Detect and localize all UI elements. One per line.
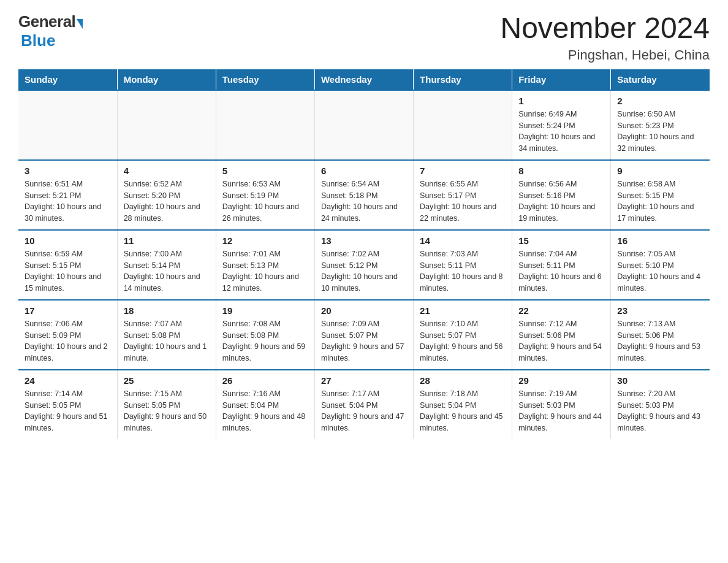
calendar-table: Sunday Monday Tuesday Wednesday Thursday…: [18, 69, 710, 439]
day-number: 20: [321, 305, 407, 316]
calendar-week-row: 17Sunrise: 7:06 AM Sunset: 5:09 PM Dayli…: [18, 300, 710, 370]
table-row: 24Sunrise: 7:14 AM Sunset: 5:05 PM Dayli…: [18, 370, 117, 439]
table-row: 11Sunrise: 7:00 AM Sunset: 5:14 PM Dayli…: [117, 230, 216, 300]
day-info: Sunrise: 6:53 AM Sunset: 5:19 PM Dayligh…: [222, 178, 308, 224]
day-number: 4: [124, 166, 210, 176]
day-number: 25: [124, 375, 210, 386]
day-number: 28: [420, 375, 506, 386]
table-row: [117, 90, 216, 160]
calendar-subtitle: Pingshan, Hebei, China: [500, 47, 710, 63]
day-info: Sunrise: 7:06 AM Sunset: 5:09 PM Dayligh…: [25, 318, 111, 364]
calendar-week-row: 3Sunrise: 6:51 AM Sunset: 5:21 PM Daylig…: [18, 160, 710, 230]
logo-triangle-icon: [77, 19, 83, 29]
day-number: 22: [518, 305, 604, 316]
day-number: 15: [518, 236, 604, 246]
day-number: 6: [321, 166, 407, 176]
day-number: 23: [617, 305, 703, 316]
day-number: 29: [518, 375, 604, 386]
day-info: Sunrise: 7:04 AM Sunset: 5:11 PM Dayligh…: [518, 248, 604, 294]
table-row: 28Sunrise: 7:18 AM Sunset: 5:04 PM Dayli…: [414, 370, 512, 439]
table-row: 2Sunrise: 6:50 AM Sunset: 5:23 PM Daylig…: [611, 90, 710, 160]
table-row: 6Sunrise: 6:54 AM Sunset: 5:18 PM Daylig…: [314, 160, 413, 230]
table-row: 30Sunrise: 7:20 AM Sunset: 5:03 PM Dayli…: [611, 370, 710, 439]
day-info: Sunrise: 6:56 AM Sunset: 5:16 PM Dayligh…: [518, 178, 604, 224]
calendar-week-row: 10Sunrise: 6:59 AM Sunset: 5:15 PM Dayli…: [18, 230, 710, 300]
table-row: 9Sunrise: 6:58 AM Sunset: 5:15 PM Daylig…: [611, 160, 710, 230]
day-number: 21: [420, 305, 506, 316]
day-info: Sunrise: 7:13 AM Sunset: 5:06 PM Dayligh…: [617, 318, 703, 364]
table-row: 17Sunrise: 7:06 AM Sunset: 5:09 PM Dayli…: [18, 300, 117, 370]
day-info: Sunrise: 7:16 AM Sunset: 5:04 PM Dayligh…: [222, 388, 308, 434]
logo-top-row: General: [18, 12, 83, 31]
day-info: Sunrise: 7:20 AM Sunset: 5:03 PM Dayligh…: [617, 388, 703, 434]
table-row: 15Sunrise: 7:04 AM Sunset: 5:11 PM Dayli…: [512, 230, 611, 300]
table-row: 26Sunrise: 7:16 AM Sunset: 5:04 PM Dayli…: [216, 370, 314, 439]
day-number: 17: [25, 305, 111, 316]
day-info: Sunrise: 7:08 AM Sunset: 5:08 PM Dayligh…: [222, 318, 308, 364]
table-row: 20Sunrise: 7:09 AM Sunset: 5:07 PM Dayli…: [314, 300, 413, 370]
table-row: 8Sunrise: 6:56 AM Sunset: 5:16 PM Daylig…: [512, 160, 611, 230]
day-number: 9: [617, 166, 703, 176]
table-row: 14Sunrise: 7:03 AM Sunset: 5:11 PM Dayli…: [414, 230, 512, 300]
table-row: 10Sunrise: 6:59 AM Sunset: 5:15 PM Dayli…: [18, 230, 117, 300]
table-row: [314, 90, 413, 160]
table-row: 1Sunrise: 6:49 AM Sunset: 5:24 PM Daylig…: [512, 90, 611, 160]
logo-general-text: General: [18, 12, 75, 31]
table-row: [18, 90, 117, 160]
day-info: Sunrise: 6:49 AM Sunset: 5:24 PM Dayligh…: [518, 109, 604, 155]
calendar-title-block: November 2024 Pingshan, Hebei, China: [500, 12, 710, 63]
day-number: 7: [420, 166, 506, 176]
header-sunday: Sunday: [18, 69, 117, 90]
day-number: 12: [222, 236, 308, 246]
table-row: 25Sunrise: 7:15 AM Sunset: 5:05 PM Dayli…: [117, 370, 216, 439]
day-info: Sunrise: 7:15 AM Sunset: 5:05 PM Dayligh…: [124, 388, 210, 434]
table-row: 19Sunrise: 7:08 AM Sunset: 5:08 PM Dayli…: [216, 300, 314, 370]
day-info: Sunrise: 7:01 AM Sunset: 5:13 PM Dayligh…: [222, 248, 308, 294]
day-info: Sunrise: 6:58 AM Sunset: 5:15 PM Dayligh…: [617, 178, 703, 224]
day-number: 13: [321, 236, 407, 246]
day-number: 24: [25, 375, 111, 386]
header-wednesday: Wednesday: [314, 69, 413, 90]
calendar-week-row: 24Sunrise: 7:14 AM Sunset: 5:05 PM Dayli…: [18, 370, 710, 439]
table-row: 23Sunrise: 7:13 AM Sunset: 5:06 PM Dayli…: [611, 300, 710, 370]
day-info: Sunrise: 7:19 AM Sunset: 5:03 PM Dayligh…: [518, 388, 604, 434]
table-row: 12Sunrise: 7:01 AM Sunset: 5:13 PM Dayli…: [216, 230, 314, 300]
day-number: 3: [25, 166, 111, 176]
table-row: 27Sunrise: 7:17 AM Sunset: 5:04 PM Dayli…: [314, 370, 413, 439]
day-number: 18: [124, 305, 210, 316]
day-info: Sunrise: 6:52 AM Sunset: 5:20 PM Dayligh…: [124, 178, 210, 224]
day-number: 30: [617, 375, 703, 386]
day-number: 11: [124, 236, 210, 246]
day-info: Sunrise: 7:12 AM Sunset: 5:06 PM Dayligh…: [518, 318, 604, 364]
day-number: 1: [518, 96, 604, 106]
table-row: 13Sunrise: 7:02 AM Sunset: 5:12 PM Dayli…: [314, 230, 413, 300]
table-row: 5Sunrise: 6:53 AM Sunset: 5:19 PM Daylig…: [216, 160, 314, 230]
day-info: Sunrise: 7:18 AM Sunset: 5:04 PM Dayligh…: [420, 388, 506, 434]
day-info: Sunrise: 6:51 AM Sunset: 5:21 PM Dayligh…: [25, 178, 111, 224]
day-info: Sunrise: 6:55 AM Sunset: 5:17 PM Dayligh…: [420, 178, 506, 224]
day-number: 26: [222, 375, 308, 386]
table-row: [216, 90, 314, 160]
table-row: 22Sunrise: 7:12 AM Sunset: 5:06 PM Dayli…: [512, 300, 611, 370]
day-info: Sunrise: 7:03 AM Sunset: 5:11 PM Dayligh…: [420, 248, 506, 294]
day-info: Sunrise: 6:59 AM Sunset: 5:15 PM Dayligh…: [25, 248, 111, 294]
calendar-week-row: 1Sunrise: 6:49 AM Sunset: 5:24 PM Daylig…: [18, 90, 710, 160]
day-info: Sunrise: 6:50 AM Sunset: 5:23 PM Dayligh…: [617, 109, 703, 155]
logo: General Blue: [18, 12, 83, 50]
day-info: Sunrise: 7:07 AM Sunset: 5:08 PM Dayligh…: [124, 318, 210, 364]
day-info: Sunrise: 7:02 AM Sunset: 5:12 PM Dayligh…: [321, 248, 407, 294]
logo-blue-text: Blue: [21, 31, 55, 50]
header-saturday: Saturday: [611, 69, 710, 90]
day-info: Sunrise: 7:10 AM Sunset: 5:07 PM Dayligh…: [420, 318, 506, 364]
day-info: Sunrise: 6:54 AM Sunset: 5:18 PM Dayligh…: [321, 178, 407, 224]
table-row: 3Sunrise: 6:51 AM Sunset: 5:21 PM Daylig…: [18, 160, 117, 230]
day-number: 16: [617, 236, 703, 246]
table-row: 29Sunrise: 7:19 AM Sunset: 5:03 PM Dayli…: [512, 370, 611, 439]
day-number: 10: [25, 236, 111, 246]
day-info: Sunrise: 7:05 AM Sunset: 5:10 PM Dayligh…: [617, 248, 703, 294]
table-row: 7Sunrise: 6:55 AM Sunset: 5:17 PM Daylig…: [414, 160, 512, 230]
header-monday: Monday: [117, 69, 216, 90]
day-number: 5: [222, 166, 308, 176]
day-info: Sunrise: 7:00 AM Sunset: 5:14 PM Dayligh…: [124, 248, 210, 294]
day-number: 2: [617, 96, 703, 106]
